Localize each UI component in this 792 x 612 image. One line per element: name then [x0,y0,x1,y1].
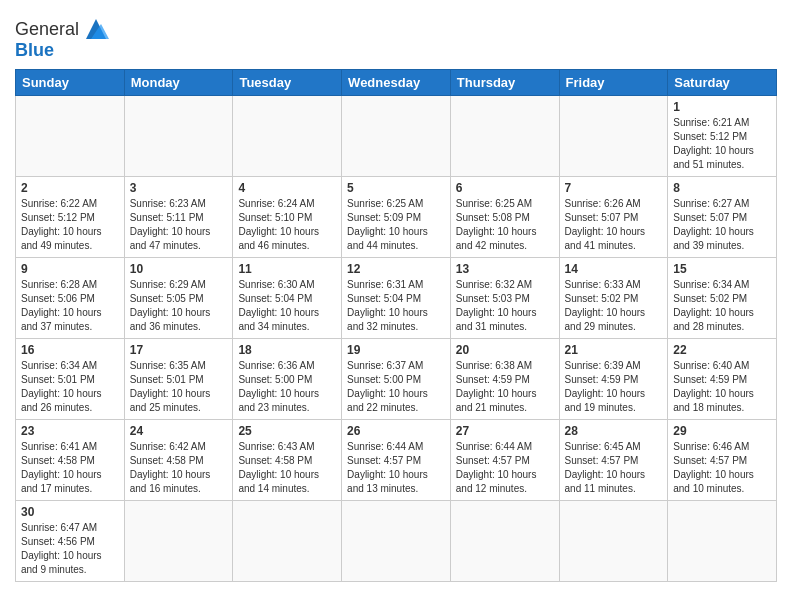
logo: General Blue [15,14,111,61]
day-info: Sunrise: 6:33 AMSunset: 5:02 PMDaylight:… [565,278,663,334]
day-info: Sunrise: 6:38 AMSunset: 4:59 PMDaylight:… [456,359,554,415]
calendar-cell [342,501,451,582]
calendar-cell: 30Sunrise: 6:47 AMSunset: 4:56 PMDayligh… [16,501,125,582]
calendar-cell [124,96,233,177]
day-info: Sunrise: 6:40 AMSunset: 4:59 PMDaylight:… [673,359,771,415]
day-info: Sunrise: 6:44 AMSunset: 4:57 PMDaylight:… [347,440,445,496]
day-info: Sunrise: 6:35 AMSunset: 5:01 PMDaylight:… [130,359,228,415]
day-number: 6 [456,181,554,195]
calendar-cell [233,96,342,177]
calendar-cell: 24Sunrise: 6:42 AMSunset: 4:58 PMDayligh… [124,420,233,501]
day-number: 2 [21,181,119,195]
header-area: General Blue [15,10,777,61]
day-number: 7 [565,181,663,195]
day-info: Sunrise: 6:44 AMSunset: 4:57 PMDaylight:… [456,440,554,496]
calendar-cell: 11Sunrise: 6:30 AMSunset: 5:04 PMDayligh… [233,258,342,339]
day-number: 10 [130,262,228,276]
day-number: 9 [21,262,119,276]
calendar-cell: 17Sunrise: 6:35 AMSunset: 5:01 PMDayligh… [124,339,233,420]
calendar-cell: 22Sunrise: 6:40 AMSunset: 4:59 PMDayligh… [668,339,777,420]
weekday-header-sunday: Sunday [16,70,125,96]
calendar-cell: 1Sunrise: 6:21 AMSunset: 5:12 PMDaylight… [668,96,777,177]
day-number: 17 [130,343,228,357]
logo-blue-text: Blue [15,40,54,61]
day-info: Sunrise: 6:23 AMSunset: 5:11 PMDaylight:… [130,197,228,253]
calendar-cell: 2Sunrise: 6:22 AMSunset: 5:12 PMDaylight… [16,177,125,258]
day-info: Sunrise: 6:39 AMSunset: 4:59 PMDaylight:… [565,359,663,415]
calendar-cell: 21Sunrise: 6:39 AMSunset: 4:59 PMDayligh… [559,339,668,420]
calendar-cell [668,501,777,582]
logo-text: General [15,20,79,38]
week-row-3: 9Sunrise: 6:28 AMSunset: 5:06 PMDaylight… [16,258,777,339]
week-row-4: 16Sunrise: 6:34 AMSunset: 5:01 PMDayligh… [16,339,777,420]
day-number: 25 [238,424,336,438]
day-info: Sunrise: 6:45 AMSunset: 4:57 PMDaylight:… [565,440,663,496]
calendar-cell: 16Sunrise: 6:34 AMSunset: 5:01 PMDayligh… [16,339,125,420]
calendar-cell: 8Sunrise: 6:27 AMSunset: 5:07 PMDaylight… [668,177,777,258]
calendar-cell: 9Sunrise: 6:28 AMSunset: 5:06 PMDaylight… [16,258,125,339]
day-number: 5 [347,181,445,195]
weekday-header-monday: Monday [124,70,233,96]
day-info: Sunrise: 6:22 AMSunset: 5:12 PMDaylight:… [21,197,119,253]
day-info: Sunrise: 6:36 AMSunset: 5:00 PMDaylight:… [238,359,336,415]
calendar-cell: 7Sunrise: 6:26 AMSunset: 5:07 PMDaylight… [559,177,668,258]
day-number: 15 [673,262,771,276]
calendar-cell [342,96,451,177]
calendar-cell: 5Sunrise: 6:25 AMSunset: 5:09 PMDaylight… [342,177,451,258]
calendar-page: General Blue SundayMondayTuesdayWednesda… [0,0,792,612]
day-info: Sunrise: 6:25 AMSunset: 5:08 PMDaylight:… [456,197,554,253]
calendar-cell: 23Sunrise: 6:41 AMSunset: 4:58 PMDayligh… [16,420,125,501]
calendar-cell: 27Sunrise: 6:44 AMSunset: 4:57 PMDayligh… [450,420,559,501]
day-info: Sunrise: 6:46 AMSunset: 4:57 PMDaylight:… [673,440,771,496]
day-number: 30 [21,505,119,519]
day-number: 13 [456,262,554,276]
day-number: 21 [565,343,663,357]
calendar-cell: 25Sunrise: 6:43 AMSunset: 4:58 PMDayligh… [233,420,342,501]
weekday-header-wednesday: Wednesday [342,70,451,96]
week-row-6: 30Sunrise: 6:47 AMSunset: 4:56 PMDayligh… [16,501,777,582]
day-number: 22 [673,343,771,357]
day-number: 12 [347,262,445,276]
day-number: 18 [238,343,336,357]
calendar-cell [124,501,233,582]
calendar-cell: 26Sunrise: 6:44 AMSunset: 4:57 PMDayligh… [342,420,451,501]
calendar-table: SundayMondayTuesdayWednesdayThursdayFrid… [15,69,777,582]
day-info: Sunrise: 6:21 AMSunset: 5:12 PMDaylight:… [673,116,771,172]
day-info: Sunrise: 6:27 AMSunset: 5:07 PMDaylight:… [673,197,771,253]
day-number: 16 [21,343,119,357]
day-number: 19 [347,343,445,357]
week-row-1: 1Sunrise: 6:21 AMSunset: 5:12 PMDaylight… [16,96,777,177]
day-info: Sunrise: 6:26 AMSunset: 5:07 PMDaylight:… [565,197,663,253]
week-row-2: 2Sunrise: 6:22 AMSunset: 5:12 PMDaylight… [16,177,777,258]
weekday-header-thursday: Thursday [450,70,559,96]
calendar-cell: 10Sunrise: 6:29 AMSunset: 5:05 PMDayligh… [124,258,233,339]
calendar-cell: 20Sunrise: 6:38 AMSunset: 4:59 PMDayligh… [450,339,559,420]
calendar-cell [16,96,125,177]
calendar-cell: 14Sunrise: 6:33 AMSunset: 5:02 PMDayligh… [559,258,668,339]
calendar-cell: 12Sunrise: 6:31 AMSunset: 5:04 PMDayligh… [342,258,451,339]
day-info: Sunrise: 6:24 AMSunset: 5:10 PMDaylight:… [238,197,336,253]
day-number: 27 [456,424,554,438]
day-info: Sunrise: 6:28 AMSunset: 5:06 PMDaylight:… [21,278,119,334]
calendar-cell [450,501,559,582]
calendar-cell: 18Sunrise: 6:36 AMSunset: 5:00 PMDayligh… [233,339,342,420]
day-info: Sunrise: 6:32 AMSunset: 5:03 PMDaylight:… [456,278,554,334]
calendar-cell [559,96,668,177]
calendar-cell: 6Sunrise: 6:25 AMSunset: 5:08 PMDaylight… [450,177,559,258]
day-number: 23 [21,424,119,438]
day-info: Sunrise: 6:41 AMSunset: 4:58 PMDaylight:… [21,440,119,496]
calendar-cell: 3Sunrise: 6:23 AMSunset: 5:11 PMDaylight… [124,177,233,258]
day-number: 11 [238,262,336,276]
day-number: 8 [673,181,771,195]
calendar-cell: 13Sunrise: 6:32 AMSunset: 5:03 PMDayligh… [450,258,559,339]
calendar-cell: 4Sunrise: 6:24 AMSunset: 5:10 PMDaylight… [233,177,342,258]
calendar-cell: 15Sunrise: 6:34 AMSunset: 5:02 PMDayligh… [668,258,777,339]
day-number: 29 [673,424,771,438]
weekday-header-friday: Friday [559,70,668,96]
day-number: 20 [456,343,554,357]
day-number: 3 [130,181,228,195]
day-info: Sunrise: 6:34 AMSunset: 5:02 PMDaylight:… [673,278,771,334]
day-number: 26 [347,424,445,438]
day-info: Sunrise: 6:30 AMSunset: 5:04 PMDaylight:… [238,278,336,334]
day-info: Sunrise: 6:47 AMSunset: 4:56 PMDaylight:… [21,521,119,577]
